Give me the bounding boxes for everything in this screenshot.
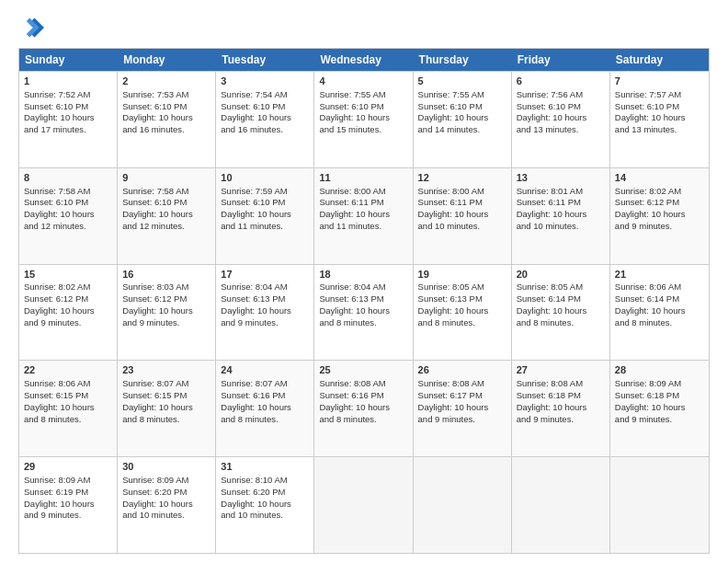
day-info-line: Sunset: 6:19 PM: [24, 487, 112, 499]
page: SundayMondayTuesdayWednesdayThursdayFrid…: [0, 0, 728, 563]
day-info-line: Sunrise: 8:09 AM: [122, 475, 210, 487]
day-info-line: Sunset: 6:20 PM: [122, 487, 210, 499]
day-info-line: Sunset: 6:12 PM: [615, 197, 704, 209]
calendar-cell: 21Sunrise: 8:06 AMSunset: 6:14 PMDayligh…: [610, 265, 709, 361]
day-info-line: Sunset: 6:20 PM: [221, 487, 309, 499]
day-info-line: and 9 minutes.: [418, 414, 506, 426]
calendar-row: 8Sunrise: 7:58 AMSunset: 6:10 PMDaylight…: [19, 167, 709, 264]
calendar-cell: 2Sunrise: 7:53 AMSunset: 6:10 PMDaylight…: [118, 72, 216, 167]
day-number: 24: [221, 363, 309, 377]
day-info-line: and 13 minutes.: [517, 124, 605, 136]
day-info-line: and 9 minutes.: [615, 221, 704, 233]
day-info-line: Sunset: 6:13 PM: [221, 293, 309, 305]
day-info-line: Sunrise: 8:02 AM: [615, 186, 704, 198]
day-info-line: Daylight: 10 hours: [24, 402, 112, 414]
calendar-cell: 19Sunrise: 8:05 AMSunset: 6:13 PMDayligh…: [414, 265, 512, 361]
day-info-line: Sunset: 6:17 PM: [418, 390, 506, 402]
day-info-line: Sunset: 6:13 PM: [418, 293, 506, 305]
day-info-line: Daylight: 10 hours: [24, 112, 112, 124]
calendar-cell: 28Sunrise: 8:09 AMSunset: 6:18 PMDayligh…: [610, 361, 709, 456]
day-info-line: Sunrise: 8:07 AM: [122, 378, 210, 390]
calendar-body: 1Sunrise: 7:52 AMSunset: 6:10 PMDaylight…: [19, 71, 709, 553]
day-info-line: Sunset: 6:10 PM: [122, 101, 210, 113]
day-info-line: and 16 minutes.: [221, 124, 309, 136]
calendar-cell: 24Sunrise: 8:07 AMSunset: 6:16 PMDayligh…: [216, 361, 314, 456]
day-number: 2: [122, 75, 210, 88]
day-info-line: Sunset: 6:16 PM: [319, 390, 407, 402]
day-info-line: Sunset: 6:11 PM: [319, 197, 407, 209]
day-info-line: Daylight: 10 hours: [517, 305, 605, 317]
day-info-line: Daylight: 10 hours: [418, 209, 506, 221]
day-info-line: and 8 minutes.: [418, 317, 506, 329]
day-info-line: Daylight: 10 hours: [24, 305, 112, 317]
day-info-line: and 9 minutes.: [615, 414, 704, 426]
day-info-line: Sunrise: 7:57 AM: [615, 89, 704, 101]
calendar-cell: [512, 457, 610, 553]
calendar-row: 1Sunrise: 7:52 AMSunset: 6:10 PMDaylight…: [19, 71, 709, 167]
day-info-line: Sunset: 6:10 PM: [122, 197, 210, 209]
calendar-cell: 9Sunrise: 7:58 AMSunset: 6:10 PMDaylight…: [118, 168, 216, 264]
day-info-line: and 11 minutes.: [319, 221, 407, 233]
calendar-cell: 3Sunrise: 7:54 AMSunset: 6:10 PMDaylight…: [216, 72, 314, 167]
day-info-line: Sunrise: 8:04 AM: [319, 282, 407, 293]
day-info-line: Daylight: 10 hours: [418, 402, 506, 414]
day-info-line: and 9 minutes.: [221, 317, 309, 329]
calendar: SundayMondayTuesdayWednesdayThursdayFrid…: [18, 48, 710, 554]
day-info-line: Daylight: 10 hours: [615, 112, 704, 124]
day-info-line: Sunset: 6:10 PM: [615, 101, 704, 113]
day-info-line: Daylight: 10 hours: [517, 112, 605, 124]
day-number: 11: [319, 171, 407, 185]
day-number: 23: [122, 363, 210, 377]
day-number: 5: [418, 75, 506, 88]
day-info-line: Sunset: 6:14 PM: [517, 293, 605, 305]
day-info-line: Sunrise: 8:06 AM: [24, 378, 112, 390]
day-number: 6: [517, 75, 605, 88]
day-info-line: Daylight: 10 hours: [319, 305, 407, 317]
day-info-line: Sunrise: 8:03 AM: [122, 282, 210, 293]
calendar-cell: 5Sunrise: 7:55 AMSunset: 6:10 PMDaylight…: [414, 72, 512, 167]
day-info-line: Sunset: 6:10 PM: [517, 101, 605, 113]
day-info-line: Sunset: 6:18 PM: [615, 390, 704, 402]
day-info-line: Daylight: 10 hours: [319, 112, 407, 124]
day-number: 8: [24, 171, 112, 185]
day-info-line: and 10 minutes.: [418, 221, 506, 233]
day-info-line: Sunset: 6:15 PM: [24, 390, 112, 402]
day-info-line: Sunset: 6:10 PM: [319, 101, 407, 113]
calendar-cell: 13Sunrise: 8:01 AMSunset: 6:11 PMDayligh…: [512, 168, 610, 264]
day-info-line: Daylight: 10 hours: [418, 112, 506, 124]
calendar-cell: 31Sunrise: 8:10 AMSunset: 6:20 PMDayligh…: [216, 457, 314, 553]
day-info-line: Sunrise: 8:07 AM: [221, 378, 309, 390]
day-info-line: Daylight: 10 hours: [122, 499, 210, 511]
day-info-line: and 10 minutes.: [517, 221, 605, 233]
day-info-line: Sunset: 6:11 PM: [517, 197, 605, 209]
calendar-cell: [610, 457, 709, 553]
day-number: 28: [615, 363, 704, 377]
day-number: 14: [615, 171, 704, 185]
day-number: 17: [221, 268, 309, 282]
day-info-line: and 12 minutes.: [24, 221, 112, 233]
day-info-line: Sunset: 6:12 PM: [24, 293, 112, 305]
day-info-line: Sunrise: 8:05 AM: [418, 282, 506, 293]
day-info-line: Sunrise: 7:59 AM: [221, 186, 309, 198]
day-info-line: Daylight: 10 hours: [615, 305, 704, 317]
header-day-wednesday: Wednesday: [314, 49, 413, 71]
day-info-line: and 9 minutes.: [24, 510, 112, 522]
calendar-cell: 7Sunrise: 7:57 AMSunset: 6:10 PMDaylight…: [610, 72, 709, 167]
day-info-line: Daylight: 10 hours: [24, 209, 112, 221]
day-info-line: Sunrise: 8:02 AM: [24, 282, 112, 293]
day-info-line: and 17 minutes.: [24, 124, 112, 136]
day-info-line: Sunrise: 7:54 AM: [221, 89, 309, 101]
day-info-line: and 10 minutes.: [122, 510, 210, 522]
calendar-cell: [314, 457, 413, 553]
day-info-line: Sunrise: 8:09 AM: [24, 475, 112, 487]
logo-icon: [18, 15, 44, 40]
day-number: 12: [418, 171, 506, 185]
day-info-line: and 8 minutes.: [122, 414, 210, 426]
calendar-cell: 27Sunrise: 8:08 AMSunset: 6:18 PMDayligh…: [512, 361, 610, 456]
day-number: 15: [24, 268, 112, 282]
calendar-cell: 20Sunrise: 8:05 AMSunset: 6:14 PMDayligh…: [512, 265, 610, 361]
day-info-line: Daylight: 10 hours: [615, 209, 704, 221]
day-info-line: Daylight: 10 hours: [122, 112, 210, 124]
day-info-line: Daylight: 10 hours: [221, 209, 309, 221]
logo: [18, 15, 48, 40]
